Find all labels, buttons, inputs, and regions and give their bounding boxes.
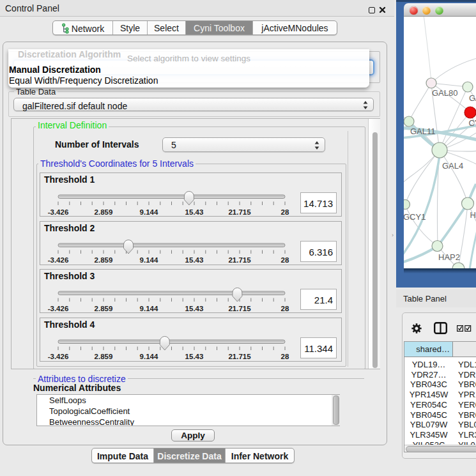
svg-text:GAL80: GAL80	[432, 88, 457, 98]
svg-text:GAL11: GAL11	[410, 127, 436, 136]
svg-text:GAL4: GAL4	[442, 161, 463, 171]
svg-text:HAP2: HAP2	[438, 252, 460, 262]
svg-text:CY: CY	[469, 118, 476, 128]
svg-text:GCY1: GCY1	[404, 212, 426, 222]
svg-text:HA: HA	[470, 210, 476, 220]
svg-text:GA: GA	[469, 93, 476, 103]
